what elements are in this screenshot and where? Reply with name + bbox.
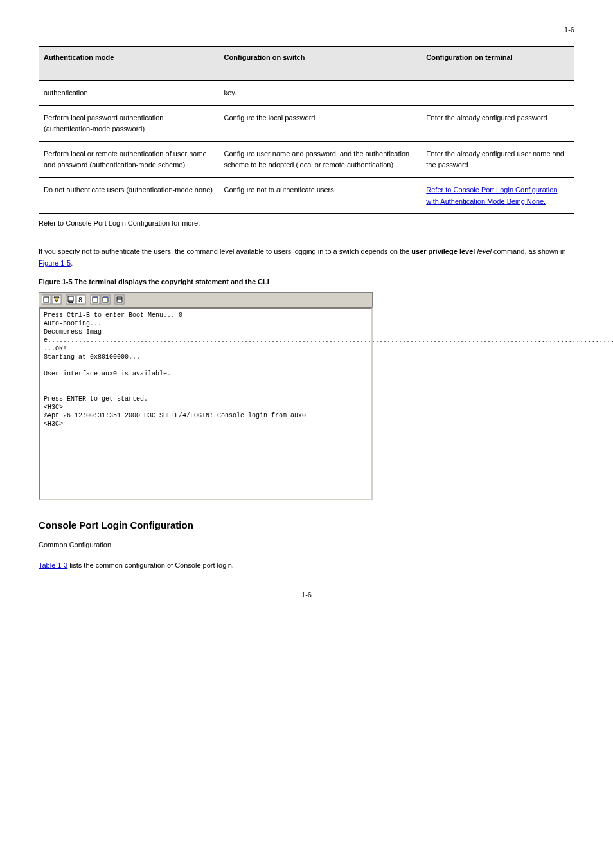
- italic-text: level: [475, 248, 493, 255]
- terminal-line: Auto-booting...: [44, 320, 102, 327]
- cell-terminal: Enter the already configured password: [421, 105, 574, 141]
- link-table-1-3[interactable]: Table 1-3: [39, 561, 67, 569]
- svg-rect-15: [117, 297, 122, 302]
- terminal-line: <H3C>: [44, 404, 63, 411]
- th-switch: Configuration on switch: [219, 47, 422, 81]
- svg-text:8: 8: [78, 296, 82, 303]
- cell-switch: key.: [219, 81, 422, 106]
- cell-mode: Perform local or remote authentication o…: [39, 141, 219, 177]
- svg-rect-13: [103, 297, 108, 298]
- paragraph-user-privilege: If you specify not to authenticate the u…: [39, 246, 574, 269]
- table-row: authentication key.: [39, 81, 574, 106]
- subheading: Common Configuration: [39, 539, 574, 551]
- table-row: Perform local password authentication (a…: [39, 105, 574, 141]
- cell-terminal: [421, 81, 574, 106]
- text: lists the common configuration of Consol…: [67, 561, 234, 569]
- page-number-top: 1-6: [39, 26, 574, 33]
- table-note: Refer to Console Port Login Configuratio…: [39, 219, 574, 227]
- terminal-line: <H3C>: [44, 420, 63, 428]
- text: command, as shown in: [493, 248, 566, 255]
- page-number-bottom: 1-6: [39, 591, 574, 599]
- svg-rect-5: [68, 296, 73, 301]
- terminal-line: Press Ctrl-B to enter Boot Menu... 0: [44, 312, 182, 319]
- cell-mode: authentication: [39, 81, 219, 106]
- svg-rect-0: [42, 295, 51, 304]
- link-auth-none[interactable]: Refer to Console Port Login Configuratio…: [426, 186, 557, 205]
- terminal-output: Press Ctrl-B to enter Boot Menu... 0 Aut…: [39, 307, 373, 500]
- link-figure-1-5[interactable]: Figure 1-5: [39, 259, 71, 267]
- table-header-row: Authentication mode Configuration on swi…: [39, 47, 574, 81]
- paragraph-table-1-3: Table 1-3 lists the common configuration…: [39, 560, 574, 572]
- cell-switch: Configure not to authenticate users: [219, 177, 422, 213]
- terminal-toolbar: 8: [39, 292, 373, 307]
- cell-terminal: Enter the already configured user name a…: [421, 141, 574, 177]
- section-heading: Console Port Login Configuration: [39, 520, 574, 530]
- th-mode: Authentication mode: [39, 47, 219, 81]
- authentication-table: Authentication mode Configuration on swi…: [39, 46, 574, 214]
- cell-switch: Configure user name and password, and th…: [219, 141, 422, 177]
- bold-text: user privilege level: [411, 248, 475, 255]
- terminal-line: %Apr 26 12:00:31:351 2000 H3C SHELL/4/LO…: [44, 412, 306, 419]
- terminal-line: Press ENTER to get started.: [44, 395, 148, 402]
- text: .: [71, 259, 73, 267]
- text: If you specify not to authenticate the u…: [39, 248, 411, 255]
- cell-mode: Do not authenticate users (authenticatio…: [39, 177, 219, 213]
- cell-switch: Configure the local password: [219, 105, 422, 141]
- table-row: Perform local or remote authentication o…: [39, 141, 574, 177]
- table-row: Do not authenticate users (authenticatio…: [39, 177, 574, 213]
- cell-mode: Perform local password authentication (a…: [39, 105, 219, 141]
- figure-label: Figure 1-5 The terminal displays the cop…: [39, 278, 269, 285]
- terminal-window: 8 Press Ctrl-B to enter Boot Menu... 0 A…: [39, 292, 373, 500]
- terminal-line: Decompress Image........................…: [44, 329, 613, 344]
- terminal-line: ...OK!: [44, 345, 67, 352]
- toolbar-icons: 8: [42, 294, 132, 305]
- terminal-line: Starting at 0x80100000...: [44, 354, 140, 361]
- terminal-line: User interface aux0 is available.: [44, 370, 171, 377]
- svg-rect-10: [93, 297, 98, 298]
- th-terminal: Configuration on terminal: [421, 47, 574, 81]
- figure-caption: Figure 1-5 The terminal displays the cop…: [39, 278, 574, 285]
- cell-terminal: Refer to Console Port Login Configuratio…: [421, 177, 574, 213]
